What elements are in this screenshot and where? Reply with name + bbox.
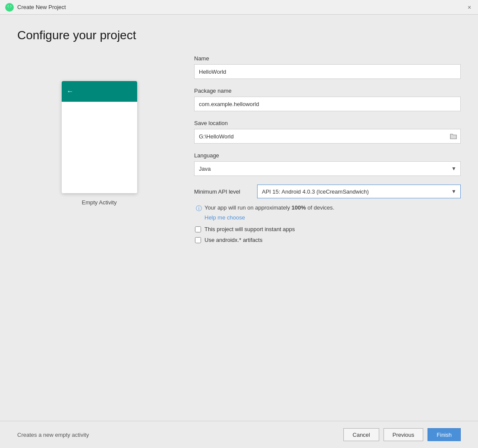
- content-area: ← Empty Activity Name Package name Save …: [17, 55, 461, 412]
- androidx-checkbox[interactable]: [195, 237, 201, 243]
- help-me-choose-link[interactable]: Help me choose: [204, 214, 461, 221]
- main-content: Configure your project ← Empty Activity …: [0, 15, 478, 421]
- window-title: Create New Project: [17, 4, 66, 10]
- name-group: Name: [194, 55, 461, 79]
- info-text-before: Your app will run on approximately: [204, 204, 292, 211]
- language-select-wrapper: Java Kotlin ▼: [194, 161, 461, 176]
- instant-apps-checkbox[interactable]: [195, 226, 201, 232]
- package-name-input[interactable]: [194, 97, 461, 111]
- title-bar-left: Create New Project: [5, 3, 66, 12]
- name-input[interactable]: [194, 64, 461, 79]
- api-info-row: ⓘ Your app will run on approximately 100…: [194, 204, 461, 213]
- cancel-button[interactable]: Cancel: [343, 428, 379, 441]
- phone-toolbar: ←: [62, 81, 137, 102]
- back-arrow-icon: ←: [67, 88, 74, 95]
- svg-point-4: [8, 7, 9, 7]
- creates-label: Creates a new empty activity: [17, 432, 89, 438]
- bottom-bar: Creates a new empty activity Cancel Prev…: [0, 421, 478, 448]
- page-title: Configure your project: [17, 28, 461, 42]
- instant-apps-row: This project will support instant apps: [194, 226, 461, 232]
- instant-apps-label: This project will support instant apps: [204, 226, 295, 232]
- package-name-label: Package name: [194, 88, 461, 94]
- previous-button[interactable]: Previous: [384, 428, 424, 441]
- min-api-label: Minimum API level: [194, 188, 250, 195]
- close-button[interactable]: ×: [466, 4, 473, 11]
- androidx-row: Use androidx.* artifacts: [194, 237, 461, 243]
- save-location-label: Save location: [194, 120, 461, 126]
- info-bold-text: 100%: [292, 204, 306, 211]
- phone-body: [62, 102, 137, 193]
- svg-point-5: [10, 7, 11, 7]
- language-label: Language: [194, 152, 461, 159]
- android-icon: [5, 3, 14, 12]
- name-label: Name: [194, 55, 461, 62]
- folder-browse-button[interactable]: [446, 129, 461, 144]
- language-select[interactable]: Java Kotlin: [194, 161, 461, 176]
- finish-button[interactable]: Finish: [428, 428, 461, 441]
- save-location-group: Save location: [194, 120, 461, 144]
- phone-preview: ←: [62, 81, 137, 193]
- api-info-text: Your app will run on approximately 100% …: [204, 204, 334, 211]
- package-name-group: Package name: [194, 88, 461, 111]
- androidx-label: Use androidx.* artifacts: [204, 237, 262, 243]
- min-api-select[interactable]: API 15: Android 4.0.3 (IceCreamSandwich)…: [257, 185, 461, 198]
- bottom-buttons: Cancel Previous Finish: [343, 428, 461, 441]
- left-panel: ← Empty Activity: [17, 55, 181, 412]
- activity-label: Empty Activity: [82, 199, 117, 206]
- info-text-after: of devices.: [306, 204, 334, 211]
- info-icon: ⓘ: [196, 205, 202, 213]
- min-api-level-row: Minimum API level API 15: Android 4.0.3 …: [194, 185, 461, 198]
- right-panel: Name Package name Save location: [181, 55, 461, 412]
- api-select-wrapper: API 15: Android 4.0.3 (IceCreamSandwich)…: [257, 185, 461, 198]
- save-location-wrapper: [194, 129, 461, 144]
- svg-rect-1: [8, 6, 11, 9]
- language-group: Language Java Kotlin ▼: [194, 152, 461, 176]
- title-bar: Create New Project ×: [0, 0, 478, 15]
- save-location-input[interactable]: [194, 129, 461, 144]
